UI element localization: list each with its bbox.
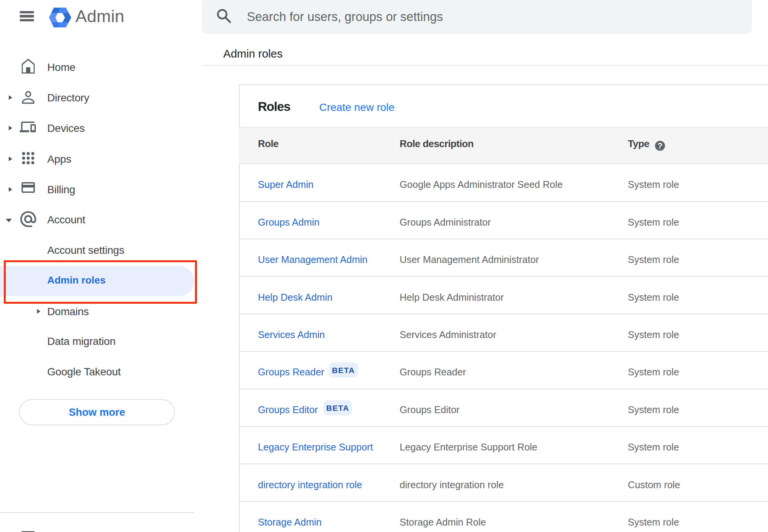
svg-text:?: ? (658, 141, 662, 151)
